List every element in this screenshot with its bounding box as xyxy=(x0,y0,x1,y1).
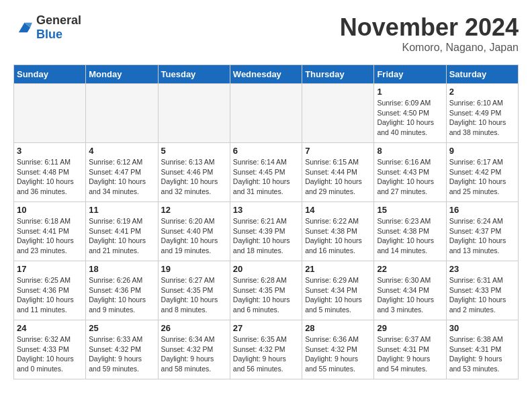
day-info: Sunrise: 6:20 AMSunset: 4:40 PMDaylight:… xyxy=(161,216,227,256)
day-number: 2 xyxy=(449,87,515,97)
day-info: Sunrise: 6:12 AMSunset: 4:47 PMDaylight:… xyxy=(89,157,154,197)
page-header: General Blue November 2024 Komoro, Nagan… xyxy=(13,13,519,54)
day-number: 6 xyxy=(233,146,299,156)
calendar-cell: 9Sunrise: 6:17 AMSunset: 4:42 PMDaylight… xyxy=(446,143,518,202)
logo: General Blue xyxy=(13,13,81,42)
week-row-3: 10Sunrise: 6:18 AMSunset: 4:41 PMDayligh… xyxy=(14,202,519,261)
calendar-cell: 18Sunrise: 6:26 AMSunset: 4:36 PMDayligh… xyxy=(86,261,158,320)
day-info: Sunrise: 6:09 AMSunset: 4:50 PMDaylight:… xyxy=(377,98,443,138)
day-info: Sunrise: 6:16 AMSunset: 4:43 PMDaylight:… xyxy=(377,157,443,197)
calendar-cell: 14Sunrise: 6:22 AMSunset: 4:38 PMDayligh… xyxy=(302,202,374,261)
day-number: 4 xyxy=(89,146,154,156)
day-number: 27 xyxy=(233,323,299,333)
day-number: 1 xyxy=(377,87,443,97)
calendar-cell: 5Sunrise: 6:13 AMSunset: 4:46 PMDaylight… xyxy=(158,143,230,202)
weekday-header-monday: Monday xyxy=(86,65,158,84)
calendar-cell: 13Sunrise: 6:21 AMSunset: 4:39 PMDayligh… xyxy=(230,202,302,261)
weekday-header-row: SundayMondayTuesdayWednesdayThursdayFrid… xyxy=(14,65,519,84)
day-number: 14 xyxy=(305,205,371,215)
day-number: 8 xyxy=(377,146,443,156)
day-number: 15 xyxy=(377,205,443,215)
day-number: 13 xyxy=(233,205,299,215)
logo-general: General xyxy=(36,13,81,27)
title-area: November 2024 Komoro, Nagano, Japan xyxy=(340,13,519,54)
calendar-cell: 12Sunrise: 6:20 AMSunset: 4:40 PMDayligh… xyxy=(158,202,230,261)
calendar-cell: 19Sunrise: 6:27 AMSunset: 4:35 PMDayligh… xyxy=(158,261,230,320)
day-info: Sunrise: 6:37 AMSunset: 4:31 PMDaylight:… xyxy=(377,334,443,374)
calendar-cell: 15Sunrise: 6:23 AMSunset: 4:38 PMDayligh… xyxy=(374,202,446,261)
week-row-1: 1Sunrise: 6:09 AMSunset: 4:50 PMDaylight… xyxy=(14,84,519,143)
calendar-cell: 1Sunrise: 6:09 AMSunset: 4:50 PMDaylight… xyxy=(374,84,446,143)
weekday-header-wednesday: Wednesday xyxy=(230,65,302,84)
calendar-cell xyxy=(302,84,374,143)
day-info: Sunrise: 6:38 AMSunset: 4:31 PMDaylight:… xyxy=(449,334,515,374)
day-info: Sunrise: 6:15 AMSunset: 4:44 PMDaylight:… xyxy=(305,157,371,197)
day-number: 23 xyxy=(449,264,515,274)
calendar-cell: 6Sunrise: 6:14 AMSunset: 4:45 PMDaylight… xyxy=(230,143,302,202)
calendar-cell xyxy=(230,84,302,143)
weekday-header-thursday: Thursday xyxy=(302,65,374,84)
calendar-cell: 27Sunrise: 6:35 AMSunset: 4:32 PMDayligh… xyxy=(230,320,302,379)
month-title: November 2024 xyxy=(340,13,519,42)
day-number: 21 xyxy=(305,264,371,274)
day-number: 5 xyxy=(161,146,227,156)
day-number: 9 xyxy=(449,146,515,156)
day-info: Sunrise: 6:11 AMSunset: 4:48 PMDaylight:… xyxy=(17,157,83,197)
day-number: 7 xyxy=(305,146,371,156)
calendar-cell: 25Sunrise: 6:33 AMSunset: 4:32 PMDayligh… xyxy=(86,320,158,379)
day-number: 19 xyxy=(161,264,227,274)
day-info: Sunrise: 6:17 AMSunset: 4:42 PMDaylight:… xyxy=(449,157,515,197)
week-row-2: 3Sunrise: 6:11 AMSunset: 4:48 PMDaylight… xyxy=(14,143,519,202)
calendar-cell: 23Sunrise: 6:31 AMSunset: 4:33 PMDayligh… xyxy=(446,261,518,320)
day-info: Sunrise: 6:35 AMSunset: 4:32 PMDaylight:… xyxy=(233,334,299,374)
day-info: Sunrise: 6:23 AMSunset: 4:38 PMDaylight:… xyxy=(377,216,443,256)
day-number: 12 xyxy=(161,205,227,215)
logo-icon xyxy=(13,21,34,34)
day-info: Sunrise: 6:36 AMSunset: 4:32 PMDaylight:… xyxy=(305,334,371,374)
day-number: 18 xyxy=(89,264,154,274)
day-number: 26 xyxy=(161,323,227,333)
day-info: Sunrise: 6:34 AMSunset: 4:32 PMDaylight:… xyxy=(161,334,227,374)
day-info: Sunrise: 6:32 AMSunset: 4:33 PMDaylight:… xyxy=(17,334,83,374)
calendar-cell: 24Sunrise: 6:32 AMSunset: 4:33 PMDayligh… xyxy=(14,320,86,379)
calendar-cell: 29Sunrise: 6:37 AMSunset: 4:31 PMDayligh… xyxy=(374,320,446,379)
day-info: Sunrise: 6:27 AMSunset: 4:35 PMDaylight:… xyxy=(161,275,227,315)
calendar-cell: 28Sunrise: 6:36 AMSunset: 4:32 PMDayligh… xyxy=(302,320,374,379)
day-info: Sunrise: 6:29 AMSunset: 4:34 PMDaylight:… xyxy=(305,275,371,315)
day-info: Sunrise: 6:21 AMSunset: 4:39 PMDaylight:… xyxy=(233,216,299,256)
calendar-cell: 21Sunrise: 6:29 AMSunset: 4:34 PMDayligh… xyxy=(302,261,374,320)
calendar-cell: 20Sunrise: 6:28 AMSunset: 4:35 PMDayligh… xyxy=(230,261,302,320)
day-number: 22 xyxy=(377,264,443,274)
calendar-cell: 4Sunrise: 6:12 AMSunset: 4:47 PMDaylight… xyxy=(86,143,158,202)
day-info: Sunrise: 6:25 AMSunset: 4:36 PMDaylight:… xyxy=(17,275,83,315)
day-number: 20 xyxy=(233,264,299,274)
location-title: Komoro, Nagano, Japan xyxy=(340,42,519,54)
calendar-cell: 7Sunrise: 6:15 AMSunset: 4:44 PMDaylight… xyxy=(302,143,374,202)
day-info: Sunrise: 6:24 AMSunset: 4:37 PMDaylight:… xyxy=(449,216,515,256)
weekday-header-tuesday: Tuesday xyxy=(158,65,230,84)
day-number: 3 xyxy=(17,146,83,156)
weekday-header-saturday: Saturday xyxy=(446,65,518,84)
calendar-cell: 26Sunrise: 6:34 AMSunset: 4:32 PMDayligh… xyxy=(158,320,230,379)
day-number: 25 xyxy=(89,323,154,333)
day-number: 11 xyxy=(89,205,154,215)
day-info: Sunrise: 6:22 AMSunset: 4:38 PMDaylight:… xyxy=(305,216,371,256)
calendar-cell: 30Sunrise: 6:38 AMSunset: 4:31 PMDayligh… xyxy=(446,320,518,379)
day-number: 29 xyxy=(377,323,443,333)
calendar-table: SundayMondayTuesdayWednesdayThursdayFrid… xyxy=(13,64,519,379)
day-info: Sunrise: 6:30 AMSunset: 4:34 PMDaylight:… xyxy=(377,275,443,315)
day-number: 28 xyxy=(305,323,371,333)
calendar-cell: 17Sunrise: 6:25 AMSunset: 4:36 PMDayligh… xyxy=(14,261,86,320)
week-row-4: 17Sunrise: 6:25 AMSunset: 4:36 PMDayligh… xyxy=(14,261,519,320)
calendar-cell xyxy=(158,84,230,143)
day-info: Sunrise: 6:10 AMSunset: 4:49 PMDaylight:… xyxy=(449,98,515,138)
week-row-5: 24Sunrise: 6:32 AMSunset: 4:33 PMDayligh… xyxy=(14,320,519,379)
day-info: Sunrise: 6:28 AMSunset: 4:35 PMDaylight:… xyxy=(233,275,299,315)
day-info: Sunrise: 6:14 AMSunset: 4:45 PMDaylight:… xyxy=(233,157,299,197)
calendar-cell xyxy=(86,84,158,143)
calendar-cell: 16Sunrise: 6:24 AMSunset: 4:37 PMDayligh… xyxy=(446,202,518,261)
calendar-cell xyxy=(14,84,86,143)
day-info: Sunrise: 6:26 AMSunset: 4:36 PMDaylight:… xyxy=(89,275,154,315)
day-number: 16 xyxy=(449,205,515,215)
day-number: 10 xyxy=(17,205,83,215)
